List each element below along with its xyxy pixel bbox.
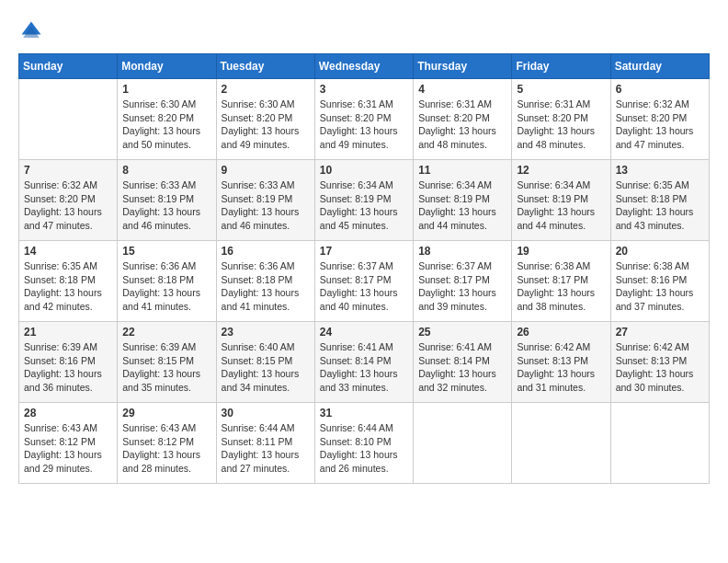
day-info: Sunrise: 6:38 AM Sunset: 8:17 PM Dayligh… <box>517 259 605 314</box>
day-number: 3 <box>320 83 408 96</box>
calendar-week-row: 14Sunrise: 6:35 AM Sunset: 8:18 PM Dayli… <box>19 241 710 322</box>
calendar-week-row: 7Sunrise: 6:32 AM Sunset: 8:20 PM Daylig… <box>19 160 710 241</box>
day-number: 9 <box>222 164 310 177</box>
calendar-cell: 4Sunrise: 6:31 AM Sunset: 8:20 PM Daylig… <box>414 79 512 160</box>
calendar-cell: 24Sunrise: 6:41 AM Sunset: 8:14 PM Dayli… <box>314 322 413 403</box>
calendar-cell: 20Sunrise: 6:38 AM Sunset: 8:16 PM Dayli… <box>610 241 709 322</box>
day-number: 19 <box>517 245 605 258</box>
calendar-cell <box>19 79 118 160</box>
calendar-cell: 28Sunrise: 6:43 AM Sunset: 8:12 PM Dayli… <box>19 403 118 484</box>
calendar-cell: 8Sunrise: 6:33 AM Sunset: 8:19 PM Daylig… <box>118 160 216 241</box>
calendar-cell: 16Sunrise: 6:36 AM Sunset: 8:18 PM Dayli… <box>216 241 314 322</box>
calendar-cell: 15Sunrise: 6:36 AM Sunset: 8:18 PM Dayli… <box>118 241 216 322</box>
day-number: 28 <box>24 407 112 419</box>
day-number: 16 <box>222 245 310 258</box>
page-header <box>18 18 710 44</box>
logo-icon <box>18 18 44 44</box>
day-info: Sunrise: 6:41 AM Sunset: 8:14 PM Dayligh… <box>418 340 506 395</box>
day-info: Sunrise: 6:39 AM Sunset: 8:16 PM Dayligh… <box>24 340 112 395</box>
day-info: Sunrise: 6:33 AM Sunset: 8:19 PM Dayligh… <box>122 178 210 233</box>
calendar-cell: 19Sunrise: 6:38 AM Sunset: 8:17 PM Dayli… <box>512 241 610 322</box>
calendar-cell: 1Sunrise: 6:30 AM Sunset: 8:20 PM Daylig… <box>118 79 216 160</box>
day-info: Sunrise: 6:36 AM Sunset: 8:18 PM Dayligh… <box>222 259 310 314</box>
day-info: Sunrise: 6:34 AM Sunset: 8:19 PM Dayligh… <box>517 178 605 233</box>
day-info: Sunrise: 6:30 AM Sunset: 8:20 PM Dayligh… <box>222 98 310 152</box>
day-info: Sunrise: 6:36 AM Sunset: 8:18 PM Dayligh… <box>122 259 210 314</box>
day-info: Sunrise: 6:32 AM Sunset: 8:20 PM Dayligh… <box>24 178 112 233</box>
day-number: 10 <box>320 164 408 177</box>
calendar-cell: 21Sunrise: 6:39 AM Sunset: 8:16 PM Dayli… <box>19 322 118 403</box>
calendar-day-header: Saturday <box>610 54 709 79</box>
calendar-cell: 17Sunrise: 6:37 AM Sunset: 8:17 PM Dayli… <box>314 241 413 322</box>
day-info: Sunrise: 6:33 AM Sunset: 8:19 PM Dayligh… <box>222 178 310 233</box>
day-number: 4 <box>418 83 506 96</box>
calendar-header-row: SundayMondayTuesdayWednesdayThursdayFrid… <box>19 54 710 79</box>
day-number: 11 <box>418 164 506 177</box>
calendar-cell <box>414 403 512 484</box>
day-info: Sunrise: 6:31 AM Sunset: 8:20 PM Dayligh… <box>320 98 408 152</box>
calendar-cell: 29Sunrise: 6:43 AM Sunset: 8:12 PM Dayli… <box>118 403 216 484</box>
day-info: Sunrise: 6:41 AM Sunset: 8:14 PM Dayligh… <box>320 340 408 395</box>
calendar-day-header: Friday <box>512 54 610 79</box>
calendar-cell: 22Sunrise: 6:39 AM Sunset: 8:15 PM Dayli… <box>118 322 216 403</box>
day-number: 6 <box>616 83 704 96</box>
day-info: Sunrise: 6:32 AM Sunset: 8:20 PM Dayligh… <box>616 98 704 152</box>
day-number: 26 <box>517 326 605 339</box>
calendar-cell: 3Sunrise: 6:31 AM Sunset: 8:20 PM Daylig… <box>314 79 413 160</box>
day-number: 29 <box>122 407 210 419</box>
calendar-week-row: 28Sunrise: 6:43 AM Sunset: 8:12 PM Dayli… <box>19 403 710 484</box>
day-info: Sunrise: 6:30 AM Sunset: 8:20 PM Dayligh… <box>122 98 210 152</box>
day-info: Sunrise: 6:37 AM Sunset: 8:17 PM Dayligh… <box>320 259 408 314</box>
day-info: Sunrise: 6:31 AM Sunset: 8:20 PM Dayligh… <box>517 98 605 152</box>
day-number: 27 <box>616 326 704 339</box>
day-number: 8 <box>122 164 210 177</box>
day-number: 22 <box>122 326 210 339</box>
calendar-cell: 11Sunrise: 6:34 AM Sunset: 8:19 PM Dayli… <box>414 160 512 241</box>
day-number: 17 <box>320 245 408 258</box>
day-info: Sunrise: 6:38 AM Sunset: 8:16 PM Dayligh… <box>616 259 704 314</box>
day-number: 25 <box>418 326 506 339</box>
day-info: Sunrise: 6:34 AM Sunset: 8:19 PM Dayligh… <box>320 178 408 233</box>
day-number: 12 <box>517 164 605 177</box>
calendar-cell: 2Sunrise: 6:30 AM Sunset: 8:20 PM Daylig… <box>216 79 314 160</box>
calendar-cell: 10Sunrise: 6:34 AM Sunset: 8:19 PM Dayli… <box>314 160 413 241</box>
calendar-cell: 9Sunrise: 6:33 AM Sunset: 8:19 PM Daylig… <box>216 160 314 241</box>
calendar-cell: 18Sunrise: 6:37 AM Sunset: 8:17 PM Dayli… <box>414 241 512 322</box>
day-number: 18 <box>418 245 506 258</box>
calendar-cell: 13Sunrise: 6:35 AM Sunset: 8:18 PM Dayli… <box>610 160 709 241</box>
calendar-cell: 6Sunrise: 6:32 AM Sunset: 8:20 PM Daylig… <box>610 79 709 160</box>
calendar-day-header: Thursday <box>414 54 512 79</box>
calendar-day-header: Monday <box>118 54 216 79</box>
day-info: Sunrise: 6:43 AM Sunset: 8:12 PM Dayligh… <box>24 421 112 476</box>
calendar-day-header: Wednesday <box>314 54 413 79</box>
day-info: Sunrise: 6:44 AM Sunset: 8:10 PM Dayligh… <box>320 421 408 476</box>
calendar-week-row: 1Sunrise: 6:30 AM Sunset: 8:20 PM Daylig… <box>19 79 710 160</box>
calendar-cell: 7Sunrise: 6:32 AM Sunset: 8:20 PM Daylig… <box>19 160 118 241</box>
day-number: 20 <box>616 245 704 258</box>
day-info: Sunrise: 6:42 AM Sunset: 8:13 PM Dayligh… <box>517 340 605 395</box>
calendar-cell: 12Sunrise: 6:34 AM Sunset: 8:19 PM Dayli… <box>512 160 610 241</box>
day-info: Sunrise: 6:42 AM Sunset: 8:13 PM Dayligh… <box>616 340 704 395</box>
day-info: Sunrise: 6:35 AM Sunset: 8:18 PM Dayligh… <box>24 259 112 314</box>
calendar-day-header: Tuesday <box>216 54 314 79</box>
day-number: 30 <box>222 407 310 419</box>
day-info: Sunrise: 6:35 AM Sunset: 8:18 PM Dayligh… <box>616 178 704 233</box>
day-info: Sunrise: 6:31 AM Sunset: 8:20 PM Dayligh… <box>418 98 506 152</box>
calendar-cell: 14Sunrise: 6:35 AM Sunset: 8:18 PM Dayli… <box>19 241 118 322</box>
day-number: 24 <box>320 326 408 339</box>
calendar-cell: 31Sunrise: 6:44 AM Sunset: 8:10 PM Dayli… <box>314 403 413 484</box>
calendar-cell: 30Sunrise: 6:44 AM Sunset: 8:11 PM Dayli… <box>216 403 314 484</box>
day-number: 7 <box>24 164 112 177</box>
day-info: Sunrise: 6:40 AM Sunset: 8:15 PM Dayligh… <box>222 340 310 395</box>
day-number: 14 <box>24 245 112 258</box>
day-info: Sunrise: 6:37 AM Sunset: 8:17 PM Dayligh… <box>418 259 506 314</box>
day-info: Sunrise: 6:34 AM Sunset: 8:19 PM Dayligh… <box>418 178 506 233</box>
day-number: 13 <box>616 164 704 177</box>
day-number: 21 <box>24 326 112 339</box>
day-number: 1 <box>122 83 210 96</box>
calendar-cell <box>512 403 610 484</box>
calendar-cell: 23Sunrise: 6:40 AM Sunset: 8:15 PM Dayli… <box>216 322 314 403</box>
day-number: 2 <box>222 83 310 96</box>
calendar-cell: 27Sunrise: 6:42 AM Sunset: 8:13 PM Dayli… <box>610 322 709 403</box>
calendar-week-row: 21Sunrise: 6:39 AM Sunset: 8:16 PM Dayli… <box>19 322 710 403</box>
